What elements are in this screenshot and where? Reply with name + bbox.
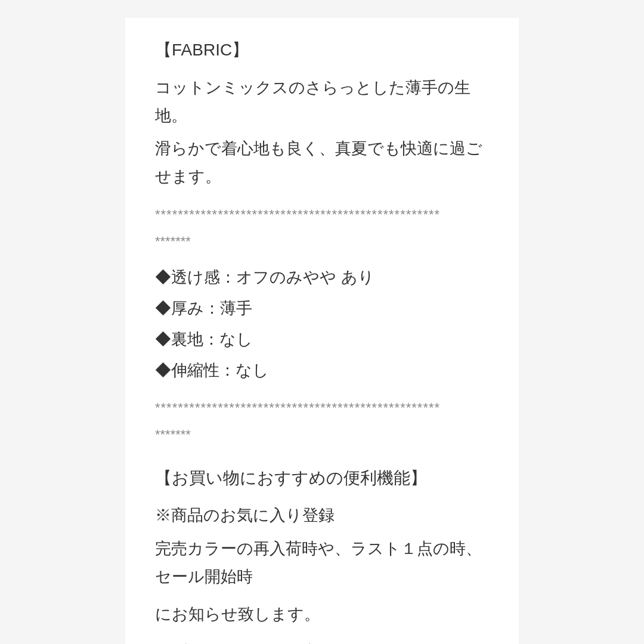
divider-stars-1: ****************************************… bbox=[155, 203, 489, 225]
fabric-title: 【FABRIC】 bbox=[155, 36, 489, 64]
stretch-item: ◆伸縮性：なし bbox=[155, 357, 489, 385]
note2-label: ※ブランドのお気に入り登録 bbox=[155, 638, 489, 644]
fabric-description1: コットンミックスのさらっとした薄手の生地。 bbox=[155, 74, 489, 131]
divider-section-1: ****************************************… bbox=[155, 203, 489, 253]
note1-body2: にお知らせ致します。 bbox=[155, 600, 489, 628]
divider-stars-2b: ******* bbox=[155, 423, 489, 445]
main-content: 【FABRIC】 コットンミックスのさらっとした薄手の生地。 滑らかで着心地も良… bbox=[125, 18, 519, 644]
lining-item: ◆裏地：なし bbox=[155, 326, 489, 354]
page-container: 【FABRIC】 コットンミックスのさらっとした薄手の生地。 滑らかで着心地も良… bbox=[0, 0, 644, 644]
divider-section-2: ****************************************… bbox=[155, 397, 489, 446]
fabric-description2: 滑らかで着心地も良く、真夏でも快適に過ごせます。 bbox=[155, 135, 489, 191]
note1-label: ※商品のお気に入り登録 bbox=[155, 501, 489, 530]
bullets-section: ◆透け感：オフのみやや あり ◆厚み：薄手 ◆裏地：なし ◆伸縮性：なし bbox=[155, 264, 489, 385]
note1-body1: 完売カラーの再入荷時や、ラスト１点の時、セール開始時 bbox=[155, 535, 489, 592]
divider-stars-1b: ******* bbox=[155, 230, 489, 252]
divider-stars-2: ****************************************… bbox=[155, 397, 489, 419]
transparency-item: ◆透け感：オフのみやや あり bbox=[155, 264, 489, 292]
shopping-title: 【お買い物におすすめの便利機能】 bbox=[155, 464, 489, 493]
thickness-item: ◆厚み：薄手 bbox=[155, 295, 489, 323]
fabric-section: 【FABRIC】 コットンミックスのさらっとした薄手の生地。 滑らかで着心地も良… bbox=[155, 36, 489, 191]
shopping-section: 【お買い物におすすめの便利機能】 ※商品のお気に入り登録 完売カラーの再入荷時や… bbox=[155, 464, 489, 644]
